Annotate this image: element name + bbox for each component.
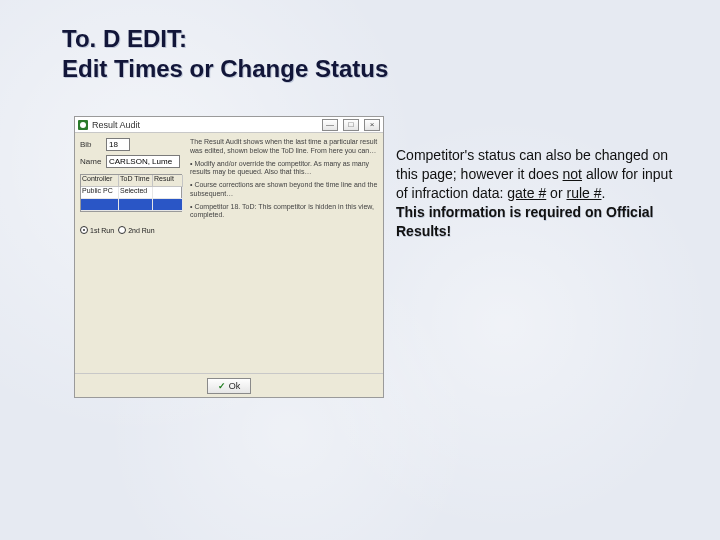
radio-2nd-run[interactable]: 2nd Run [118, 226, 154, 234]
col-tod-time: ToD Time [119, 175, 153, 187]
ok-button[interactable]: ✓ Ok [207, 378, 252, 394]
window-title: Result Audit [92, 120, 140, 130]
radio-1st-run[interactable]: 1st Run [80, 226, 114, 234]
bib-input[interactable] [106, 138, 130, 151]
maximize-button[interactable]: □ [343, 119, 359, 131]
audit-p4: • Competitor 18. ToD: This competitor is… [190, 203, 378, 221]
grid-header: Controller ToD Time Result [81, 175, 181, 187]
close-button[interactable]: × [364, 119, 380, 131]
audit-p1: The Result Audit shows when the last tim… [190, 138, 378, 156]
result-audit-dialog: Result Audit — □ × Bib Name Controller T… [74, 116, 384, 398]
underline-rule: rule # [566, 185, 601, 201]
table-row-selected[interactable] [81, 199, 181, 211]
caption-text: Competitor's status can also be changed … [396, 146, 674, 240]
audit-description: The Result Audit shows when the last tim… [187, 133, 383, 373]
left-pane: Bib Name Controller ToD Time Result Publ… [75, 133, 187, 373]
app-icon [78, 120, 88, 130]
audit-p2: • Modify and/or override the competitor.… [190, 160, 378, 178]
title-line-2: Edit Times or Change Status [62, 54, 388, 84]
radio-icon [118, 226, 126, 234]
check-icon: ✓ [218, 381, 226, 391]
bib-label: Bib [80, 140, 102, 149]
radio-icon [80, 226, 88, 234]
underline-not: not [563, 166, 582, 182]
titlebar: Result Audit — □ × [75, 117, 383, 133]
radio-2-label: 2nd Run [128, 227, 154, 234]
run-radios: 1st Run 2nd Run [80, 226, 184, 234]
name-label: Name [80, 157, 102, 166]
underline-gate: gate # [507, 185, 546, 201]
ok-label: Ok [229, 381, 241, 391]
col-controller: Controller [81, 175, 119, 187]
audit-p3: • Course corrections are shown beyond th… [190, 181, 378, 199]
caption-bold: This information is required on Official… [396, 204, 653, 239]
radio-1-label: 1st Run [90, 227, 114, 234]
name-input[interactable] [106, 155, 180, 168]
minimize-button[interactable]: — [322, 119, 338, 131]
dialog-footer: ✓ Ok [75, 373, 383, 397]
table-row[interactable]: Public PC Selected [81, 187, 181, 199]
results-grid[interactable]: Controller ToD Time Result Public PC Sel… [80, 174, 182, 212]
col-result: Result [153, 175, 183, 187]
title-line-1: To. D EDIT: [62, 24, 388, 54]
slide-title: To. D EDIT: Edit Times or Change Status [62, 24, 388, 84]
